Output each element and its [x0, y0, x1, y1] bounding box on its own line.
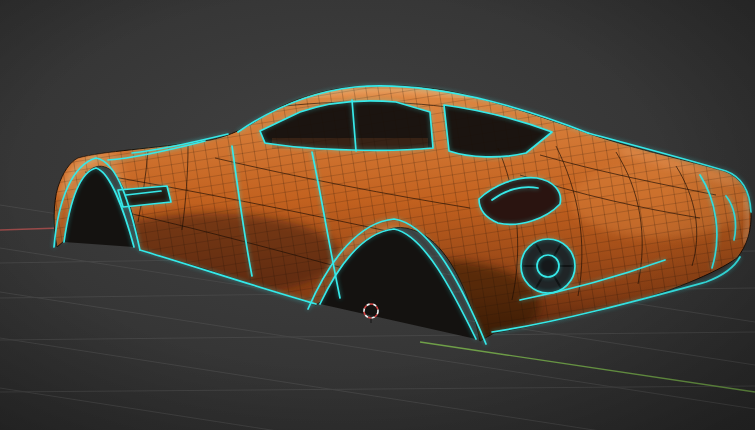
viewport-canvas[interactable]: [0, 0, 755, 430]
blender-3d-viewport[interactable]: [0, 0, 755, 430]
